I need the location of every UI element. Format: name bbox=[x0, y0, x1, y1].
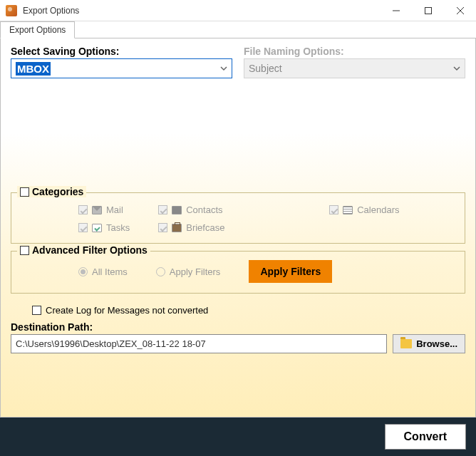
radio-icon bbox=[78, 267, 88, 276]
saving-options-label: Select Saving Options: bbox=[11, 46, 232, 57]
category-contacts: Contacts bbox=[158, 204, 301, 215]
radio-all-items: All Items bbox=[78, 266, 128, 277]
browse-button-label: Browse... bbox=[416, 338, 457, 349]
destination-label: Destination Path: bbox=[11, 321, 465, 333]
checkbox-disabled bbox=[329, 205, 338, 214]
category-mail-label: Mail bbox=[106, 204, 123, 215]
create-log-label: Create Log for Messages not converted bbox=[46, 305, 208, 316]
file-naming-select: Subject bbox=[244, 58, 465, 78]
category-briefcase-label: Briefcase bbox=[186, 222, 224, 233]
tab-label: Export Options bbox=[9, 25, 66, 35]
category-tasks: Tasks bbox=[78, 222, 130, 233]
checkbox-disabled bbox=[78, 205, 88, 214]
minimize-button[interactable] bbox=[380, 0, 412, 21]
advanced-filter-legend: Advanced Filter Options bbox=[17, 244, 150, 256]
destination-path-input[interactable] bbox=[11, 334, 387, 353]
footer: Convert bbox=[0, 418, 476, 456]
saving-options-value: MBOX bbox=[16, 62, 51, 76]
mail-icon bbox=[92, 206, 102, 214]
maximize-button[interactable] bbox=[412, 0, 444, 21]
create-log-checkbox[interactable] bbox=[32, 306, 41, 315]
calendar-icon bbox=[343, 206, 353, 214]
folder-icon bbox=[400, 339, 412, 348]
file-naming-value: Subject bbox=[249, 63, 282, 74]
tab-row: Export Options bbox=[0, 21, 476, 38]
create-log-row: Create Log for Messages not converted bbox=[32, 305, 465, 316]
app-icon bbox=[6, 5, 17, 16]
chevron-down-icon bbox=[453, 62, 460, 75]
categories-checkbox[interactable] bbox=[20, 187, 29, 197]
close-button[interactable] bbox=[444, 0, 476, 21]
form-area: Select Saving Options: MBOX File Naming … bbox=[0, 38, 476, 418]
window-title: Export Options bbox=[23, 6, 380, 16]
checkbox-disabled bbox=[158, 223, 167, 232]
titlebar: Export Options bbox=[0, 0, 476, 21]
category-calendars-label: Calendars bbox=[357, 204, 399, 215]
advanced-filter-legend-label: Advanced Filter Options bbox=[32, 244, 148, 256]
file-naming-label: File Naming Options: bbox=[244, 46, 465, 57]
radio-apply-filters-label: Apply Filters bbox=[170, 266, 221, 277]
radio-icon bbox=[156, 267, 165, 276]
category-mail: Mail bbox=[78, 204, 130, 215]
advanced-filter-checkbox[interactable] bbox=[20, 246, 29, 255]
saving-options-select[interactable]: MBOX bbox=[11, 58, 232, 78]
category-tasks-label: Tasks bbox=[106, 222, 130, 233]
tab-export-options[interactable]: Export Options bbox=[0, 21, 75, 38]
tasks-icon bbox=[92, 224, 102, 232]
window-controls bbox=[380, 0, 476, 21]
convert-button[interactable]: Convert bbox=[385, 424, 466, 450]
category-briefcase: Briefcase bbox=[158, 222, 301, 233]
categories-fieldset: Categories Mail Tasks Contac bbox=[11, 192, 465, 244]
advanced-filter-fieldset: Advanced Filter Options All Items Apply … bbox=[11, 251, 465, 294]
contacts-icon bbox=[172, 206, 182, 214]
categories-legend: Categories bbox=[17, 186, 86, 197]
svg-rect-1 bbox=[425, 7, 431, 14]
category-calendars: Calendars bbox=[329, 204, 399, 215]
checkbox-disabled bbox=[78, 223, 88, 232]
apply-filters-button[interactable]: Apply Filters bbox=[249, 260, 332, 283]
checkbox-disabled bbox=[158, 205, 167, 214]
category-contacts-label: Contacts bbox=[186, 204, 222, 215]
chevron-down-icon bbox=[220, 62, 227, 75]
radio-apply-filters: Apply Filters bbox=[156, 266, 221, 277]
briefcase-icon bbox=[172, 224, 182, 232]
browse-button[interactable]: Browse... bbox=[393, 334, 465, 353]
categories-legend-label: Categories bbox=[32, 186, 83, 197]
radio-all-items-label: All Items bbox=[92, 266, 128, 277]
